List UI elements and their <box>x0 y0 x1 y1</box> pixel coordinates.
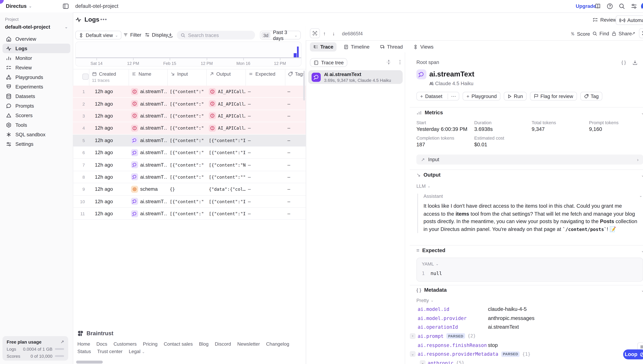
automations-button[interactable]: Automations <box>616 16 643 25</box>
download-icon[interactable] <box>632 60 638 65</box>
expand-chevron-right-icon[interactable]: › <box>410 333 415 339</box>
chevron-down-icon[interactable]: ⌄ <box>641 173 643 178</box>
table-row[interactable]: 8 12h ago ai.streamT… [{"content":" … [{… <box>73 171 306 183</box>
output-mode-select[interactable]: LLM⌄ <box>416 184 431 189</box>
tab-views[interactable]: Views <box>410 42 437 52</box>
table-row[interactable]: 10 12h ago ai.streamT… [{"content":" … [… <box>73 196 306 208</box>
table-row[interactable]: 2 12h ago ai.streamT… [{"content":" … AI… <box>73 98 306 110</box>
expand-panel-button[interactable] <box>310 28 320 38</box>
sidebar-item-overview[interactable]: Overview <box>3 34 70 44</box>
usage-card[interactable]: Free plan usage↗ Logs0.0004 of 1 GB Scor… <box>3 336 68 361</box>
metadata-row[interactable]: ⌄anthropic {5} <box>410 358 643 364</box>
metrics-section-header[interactable]: Metrics <box>416 110 443 116</box>
horizontal-scrollbar-thumb[interactable] <box>76 361 103 364</box>
sidebar-item-playgrounds[interactable]: Playgrounds <box>3 72 70 82</box>
column-header-created[interactable]: Created 11 traces <box>89 69 128 86</box>
settings-sliders-icon[interactable] <box>631 3 637 10</box>
metadata-section-header[interactable]: { } Metadata <box>416 287 447 293</box>
org-switcher[interactable]: Directus ⌄ <box>6 3 32 9</box>
search-icon[interactable] <box>618 3 625 10</box>
tab-thread[interactable]: Thread <box>376 42 406 52</box>
metadata-row[interactable]: ai.model.provider anthropic.messages <box>410 314 643 322</box>
footer-link-docs[interactable]: Docs <box>96 342 107 346</box>
table-row[interactable]: 5 12h ago ai.streamT… [{"content":" … [{… <box>73 134 306 147</box>
share-button[interactable]: Share <box>611 31 632 36</box>
footer-link-changelog[interactable]: Changelog <box>266 342 289 346</box>
column-header-expected[interactable]: Expected <box>245 69 285 86</box>
expected-code-box[interactable]: YAML⌄ 1 null <box>416 258 643 282</box>
footer-link-discord[interactable]: Discord <box>215 342 231 346</box>
chevron-down-icon[interactable]: ⌄ <box>641 248 643 253</box>
review-button[interactable]: Review <box>592 16 617 24</box>
metadata-row[interactable]: ›ai.prompt PARSED {2} <box>410 332 643 340</box>
footer-link-contact-sales[interactable]: Contact sales <box>164 342 193 346</box>
upgrade-link[interactable]: Upgrade <box>576 3 596 9</box>
select-all-cell[interactable] <box>73 69 89 86</box>
table-row[interactable]: 6 12h ago ai.streamT… [{"content":" … [{… <box>73 147 306 159</box>
footer-link-home[interactable]: Home <box>77 342 90 346</box>
collapse-all-icon[interactable] <box>386 60 391 65</box>
sidebar-item-experiments[interactable]: Experiments <box>3 82 70 91</box>
sidebar-item-prompts[interactable]: Prompts <box>3 101 70 110</box>
chevron-down-icon[interactable]: ⌄ <box>641 110 643 115</box>
table-row[interactable]: 3 12h ago ai.streamT… [{"content":" … AI… <box>73 110 306 122</box>
search-traces-input[interactable]: Search traces <box>177 31 255 40</box>
kebab-menu-icon[interactable] <box>397 60 403 65</box>
output-section-header[interactable]: ↘ Output <box>416 172 441 178</box>
sidebar-item-review[interactable]: Review <box>3 63 70 72</box>
trace-volume-chart[interactable]: Sat 14 12 PM Feb 15 12 PM Mon 16 12 PM <box>75 42 302 66</box>
display-button[interactable]: Display <box>145 32 168 38</box>
next-trace-icon[interactable]: ↓ <box>332 31 335 36</box>
loop-button[interactable]: Loop <box>623 349 643 360</box>
json-braces-icon[interactable]: { } <box>621 60 626 65</box>
expand-chevron-down-icon[interactable]: ⌄ <box>420 360 425 364</box>
footer-link-trust-center[interactable]: Trust center <box>97 349 123 354</box>
input-section-collapsed[interactable]: ↗ Input › <box>416 154 643 164</box>
metadata-row[interactable]: ⌄ai.response.providerMetadata PARSED {1} <box>410 350 643 358</box>
tab-trace[interactable]: Trace <box>310 42 337 52</box>
run-button[interactable]: Run <box>504 92 527 100</box>
project-selector[interactable]: default-otel-project ⌄ <box>5 24 68 30</box>
column-header-input[interactable]: Input <box>167 69 206 86</box>
find-button[interactable]: Find <box>592 31 609 36</box>
metadata-view-select[interactable]: Pretty⌄ <box>416 298 434 303</box>
help-icon[interactable] <box>606 3 613 10</box>
column-header-tags[interactable]: Tags <box>285 69 306 86</box>
page-menu-icon[interactable]: ••• <box>100 16 107 22</box>
footer-link-status[interactable]: Status <box>77 349 91 354</box>
table-row[interactable]: 9 12h ago schema {} {"data":{"col… – – <box>73 183 306 196</box>
metadata-row[interactable]: ai.model.id claude-haiku-4-5 <box>410 304 643 314</box>
chevron-down-icon[interactable]: ⌄ <box>639 194 642 198</box>
sidebar-item-logs[interactable]: Logs <box>3 44 70 53</box>
chevron-down-icon[interactable]: ⌄ <box>641 288 643 292</box>
view-selector-button[interactable]: Default view⌄ <box>75 31 121 40</box>
expand-chevron-down-icon[interactable]: ⌄ <box>410 351 415 357</box>
sidebar-toggle-icon[interactable] <box>62 3 69 10</box>
metadata-row[interactable]: ai.operationId ai.streamText <box>410 322 643 332</box>
table-row[interactable]: 4 12h ago ai.streamT… [{"content":" … AI… <box>73 122 306 134</box>
footer-link-customers[interactable]: Customers <box>114 342 137 346</box>
format-select[interactable]: YAML⌄ <box>422 262 638 266</box>
trace-tree-toggle[interactable]: Trace tree <box>310 58 347 67</box>
metadata-row[interactable]: ai.response.finishReason stop <box>410 340 643 350</box>
score-button[interactable]: ％ Score <box>570 31 590 37</box>
filter-button[interactable]: Filter <box>123 32 141 38</box>
table-row[interactable]: 1 12h ago ai.streamT… [{"content":" … AI… <box>73 86 306 98</box>
footer-link-newsletter[interactable]: Newsletter <box>237 342 260 346</box>
select-all-checkbox[interactable] <box>82 74 89 80</box>
docs-icon[interactable] <box>594 3 601 10</box>
add-to-playground-button[interactable]: +Playground <box>463 92 500 100</box>
footer-link-legal[interactable]: Legal ⌄ <box>129 349 145 354</box>
column-header-output[interactable]: Output <box>206 69 245 86</box>
chart-bar[interactable] <box>294 53 297 57</box>
tag-button[interactable]: Tag <box>580 92 602 100</box>
table-scrollbar-thumb[interactable] <box>303 71 305 100</box>
sidebar-item-tools[interactable]: Tools <box>3 120 70 130</box>
sidebar-item-settings[interactable]: Settings <box>3 139 70 149</box>
table-row[interactable]: 7 12h ago ai.streamT… [{"content":" … [{… <box>73 159 306 171</box>
sidebar-item-datasets[interactable]: Datasets <box>3 92 70 101</box>
prev-trace-icon[interactable]: ↑ <box>323 31 326 36</box>
column-header-name[interactable]: Name <box>129 69 167 86</box>
sidebar-item-scorers[interactable]: Scorers <box>3 110 70 120</box>
sidebar-item-monitor[interactable]: Monitor <box>3 53 70 63</box>
